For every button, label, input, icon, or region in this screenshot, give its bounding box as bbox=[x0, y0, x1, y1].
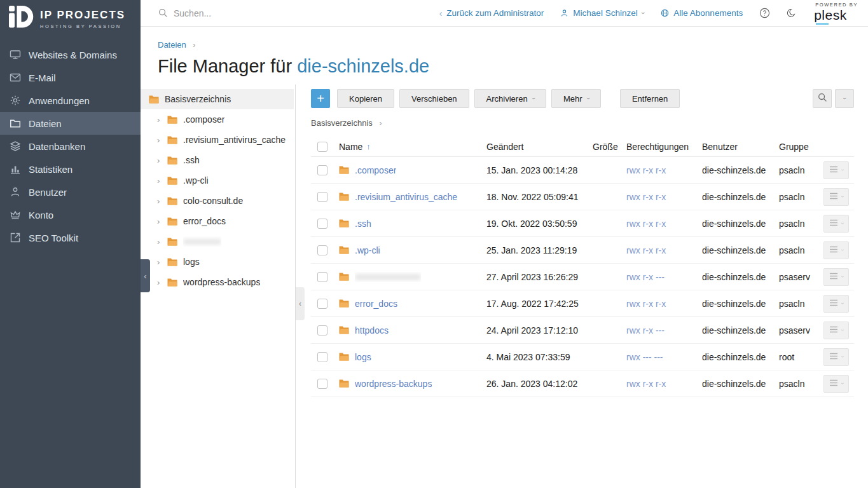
tree-item[interactable]: › bbox=[141, 231, 295, 252]
permissions-link[interactable]: rwx r-x r-x bbox=[626, 299, 666, 309]
entfernen-button[interactable]: Entfernen bbox=[620, 89, 680, 108]
permissions-link[interactable]: rwx r-x r-x bbox=[626, 219, 666, 229]
sidebar-item-websites-domains[interactable]: Websites & Domains bbox=[0, 43, 141, 66]
mehr-button[interactable]: Mehr› bbox=[551, 89, 601, 108]
chevron-right-icon[interactable]: › bbox=[157, 237, 167, 247]
sidebar-item-konto[interactable]: Konto bbox=[0, 203, 141, 226]
chevron-right-icon[interactable]: › bbox=[157, 217, 167, 226]
chevron-right-icon[interactable]: › bbox=[157, 257, 167, 267]
row-checkbox[interactable] bbox=[317, 352, 327, 362]
sidebar-item-dateien[interactable]: Dateien bbox=[0, 112, 141, 135]
sidebar-collapse-handle[interactable]: ‹ bbox=[141, 259, 150, 292]
file-name-link[interactable]: .wp-cli bbox=[355, 245, 380, 255]
user-menu[interactable]: Michael Schinzel › bbox=[560, 8, 644, 18]
file-name-link[interactable]: error_docs bbox=[355, 299, 397, 309]
sidebar-item-statistiken[interactable]: Statistiken bbox=[0, 158, 141, 180]
sidebar-item-seo-toolkit[interactable]: SEO Toolkit bbox=[0, 226, 141, 249]
sidebar-item-anwendungen[interactable]: Anwendungen bbox=[0, 89, 141, 112]
file-manager-pane: + KopierenVerschiebenArchivieren›Mehr›En… bbox=[296, 85, 868, 488]
domain-link[interactable]: die-schinzels.de bbox=[297, 56, 429, 76]
row-checkbox[interactable] bbox=[317, 272, 327, 282]
table-search-button[interactable] bbox=[813, 89, 832, 108]
tree-root-item[interactable]: Basisverzeichnis bbox=[141, 89, 294, 109]
chevron-right-icon[interactable]: › bbox=[157, 278, 167, 287]
row-checkbox[interactable] bbox=[317, 165, 327, 175]
tree-item[interactable]: › .composer bbox=[141, 109, 295, 130]
tree-item[interactable]: › error_docs bbox=[141, 211, 295, 231]
row-actions-button[interactable]: › bbox=[823, 268, 849, 286]
row-actions-button[interactable]: › bbox=[823, 215, 849, 233]
row-checkbox[interactable] bbox=[317, 219, 327, 229]
tree-item[interactable]: › wordpress-backups bbox=[141, 272, 295, 292]
chevron-right-icon[interactable]: › bbox=[157, 115, 167, 125]
tree-item[interactable]: › .revisium_antivirus_cache bbox=[141, 130, 295, 150]
tree-collapse-handle[interactable]: ‹ bbox=[296, 287, 305, 320]
row-actions-button[interactable]: › bbox=[823, 348, 849, 366]
column-header-modified[interactable]: Geändert bbox=[486, 142, 593, 152]
file-name-link[interactable]: .composer bbox=[355, 165, 396, 175]
archivieren-button[interactable]: Archivieren› bbox=[474, 89, 546, 108]
permissions-link[interactable]: rwx r-x --- bbox=[626, 325, 665, 336]
menu-icon bbox=[829, 272, 838, 281]
file-name-link[interactable] bbox=[355, 272, 421, 282]
row-checkbox[interactable] bbox=[317, 245, 327, 255]
permissions-link[interactable]: rwx --- --- bbox=[626, 352, 663, 362]
permissions-link[interactable]: rwx r-x r-x bbox=[626, 165, 666, 175]
search-input[interactable] bbox=[174, 8, 339, 18]
file-name-link[interactable]: wordpress-backups bbox=[355, 379, 432, 389]
add-button[interactable]: + bbox=[311, 89, 330, 108]
chevron-right-icon: › bbox=[193, 41, 195, 50]
row-checkbox[interactable] bbox=[317, 192, 327, 202]
back-to-admin-link[interactable]: ‹ Zurück zum Administrator bbox=[439, 8, 544, 18]
menu-icon bbox=[829, 192, 838, 201]
file-name-link[interactable]: httpdocs bbox=[355, 325, 389, 336]
file-group: psacln bbox=[779, 379, 823, 389]
permissions-link[interactable]: rwx r-x r-x bbox=[626, 379, 666, 389]
row-checkbox[interactable] bbox=[317, 299, 327, 309]
verschieben-button[interactable]: Verschieben bbox=[399, 89, 469, 108]
content: Dateien › File Manager für die-schinzels… bbox=[141, 27, 868, 488]
brand-logo[interactable]: IP PROJECTS HOSTING BY PASSION bbox=[0, 0, 141, 38]
chevron-right-icon[interactable]: › bbox=[157, 196, 167, 206]
sidebar-item-datenbanken[interactable]: Datenbanken bbox=[0, 135, 141, 158]
chevron-right-icon[interactable]: › bbox=[157, 176, 167, 186]
table-settings-dropdown-button[interactable]: › bbox=[835, 89, 854, 108]
folder-icon bbox=[339, 299, 349, 308]
tree-item[interactable]: › .ssh bbox=[141, 150, 295, 170]
column-header-name[interactable]: Name↑ bbox=[339, 142, 486, 152]
all-subscriptions-link[interactable]: Alle Abonnements bbox=[661, 8, 743, 18]
column-header-group[interactable]: Gruppe bbox=[779, 142, 823, 152]
column-header-size[interactable]: Größe bbox=[593, 142, 626, 152]
folder-icon bbox=[167, 197, 177, 205]
row-actions-button[interactable]: › bbox=[823, 161, 849, 179]
sidebar-item-e-mail[interactable]: E-Mail bbox=[0, 66, 141, 89]
dark-mode-moon-icon[interactable] bbox=[787, 8, 796, 18]
tree-item[interactable]: › logs bbox=[141, 252, 295, 272]
permissions-link[interactable]: rwx r-x r-x bbox=[626, 192, 666, 202]
tree-item[interactable]: › colo-consult.de bbox=[141, 191, 295, 211]
kopieren-button[interactable]: Kopieren bbox=[337, 89, 394, 108]
tree-item[interactable]: › .wp-cli bbox=[141, 170, 295, 191]
select-all-checkbox[interactable] bbox=[317, 142, 327, 152]
file-name-link[interactable]: .ssh bbox=[355, 219, 371, 229]
permissions-link[interactable]: rwx r-x --- bbox=[626, 272, 665, 282]
column-header-permissions[interactable]: Berechtigungen bbox=[626, 142, 702, 152]
row-checkbox[interactable] bbox=[317, 325, 327, 336]
row-actions-button[interactable]: › bbox=[823, 188, 849, 206]
file-name-link[interactable]: .revisium_antivirus_cache bbox=[355, 192, 457, 202]
chevron-right-icon[interactable]: › bbox=[157, 156, 167, 165]
breadcrumb[interactable]: Dateien bbox=[158, 40, 186, 50]
row-actions-button[interactable]: › bbox=[823, 375, 849, 393]
row-actions-button[interactable]: › bbox=[823, 322, 849, 339]
row-checkbox[interactable] bbox=[317, 379, 327, 389]
sidebar-item-benutzer[interactable]: Benutzer bbox=[0, 180, 141, 203]
chevron-right-icon[interactable]: › bbox=[157, 135, 167, 145]
help-icon[interactable] bbox=[759, 8, 770, 18]
plesk-logo[interactable]: POWERED BY plesk bbox=[814, 2, 858, 25]
column-header-user[interactable]: Benutzer bbox=[702, 142, 779, 152]
row-actions-button[interactable]: › bbox=[823, 295, 849, 313]
permissions-link[interactable]: rwx r-x r-x bbox=[626, 245, 666, 255]
file-name-link[interactable]: logs bbox=[355, 352, 371, 362]
path-breadcrumb[interactable]: Basisverzeichnis bbox=[311, 118, 373, 128]
row-actions-button[interactable]: › bbox=[823, 241, 849, 259]
